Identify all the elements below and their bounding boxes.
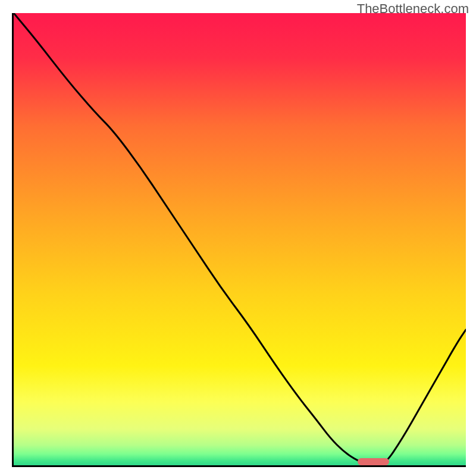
plot-area xyxy=(12,13,466,467)
optimal-marker xyxy=(358,458,389,465)
data-curve xyxy=(14,13,466,465)
chart-container: TheBottleneck.com xyxy=(0,0,476,476)
